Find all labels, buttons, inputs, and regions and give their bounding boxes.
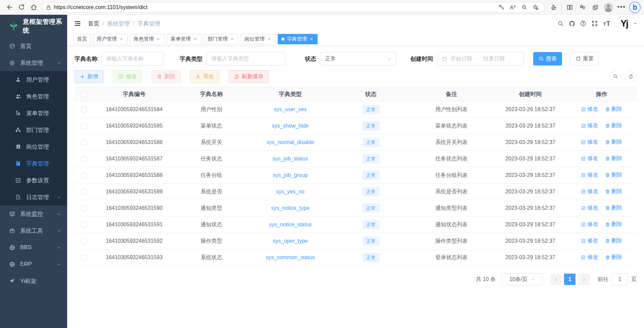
browser-menu-icon[interactable]: ••• xyxy=(615,1,628,13)
row-checkbox[interactable] xyxy=(81,140,87,145)
row-edit-link[interactable]: 修改 xyxy=(581,172,598,179)
favorites-bar-icon[interactable] xyxy=(576,1,589,13)
password-key-icon[interactable] xyxy=(496,2,507,12)
collections-icon[interactable] xyxy=(589,1,602,13)
dict-type-link[interactable]: sys_common_status xyxy=(266,254,315,260)
refresh-table-button[interactable] xyxy=(625,71,637,82)
row-delete-link[interactable]: 删除 xyxy=(605,204,622,212)
row-delete-link[interactable]: 删除 xyxy=(605,188,622,195)
header-search-icon[interactable] xyxy=(555,18,566,29)
search-button[interactable]: 搜索 xyxy=(533,52,562,65)
dict-type-link[interactable]: sys_user_sex xyxy=(274,106,307,112)
sidebar-item-yi-framework[interactable]: Yi框架 xyxy=(0,273,67,289)
sidebar-collapse-icon[interactable] xyxy=(73,19,82,28)
avatar-caret-icon[interactable] xyxy=(633,21,637,26)
row-edit-link[interactable]: 修改 xyxy=(581,237,598,244)
refresh-cache-button[interactable]: 刷新缓存 xyxy=(229,70,269,83)
close-icon[interactable]: × xyxy=(230,37,235,42)
sidebar-item-tools[interactable]: 系统工具 xyxy=(0,222,67,239)
close-icon[interactable]: × xyxy=(309,37,314,42)
dict-name-input[interactable] xyxy=(106,56,159,62)
breadcrumb-home[interactable]: 首页 xyxy=(88,20,99,28)
next-page-button[interactable] xyxy=(578,274,590,285)
dict-type-link[interactable]: sys_normal_disable xyxy=(267,139,314,145)
row-delete-link[interactable]: 删除 xyxy=(605,221,622,228)
help-icon[interactable] xyxy=(578,18,589,29)
sidebar-item-bbs[interactable]: BBS xyxy=(0,239,67,256)
close-icon[interactable]: × xyxy=(119,37,124,42)
edit-button[interactable]: 修改 xyxy=(113,70,142,83)
delete-button[interactable]: 删除 xyxy=(151,70,181,83)
row-delete-link[interactable]: 删除 xyxy=(605,237,622,244)
row-delete-link[interactable]: 删除 xyxy=(605,139,622,146)
tab-posts[interactable]: 岗位管理× xyxy=(241,34,275,44)
row-edit-link[interactable]: 修改 xyxy=(581,221,598,228)
row-delete-link[interactable]: 删除 xyxy=(605,122,622,129)
add-button[interactable]: 新增 xyxy=(75,70,103,83)
read-aloud-icon[interactable] xyxy=(507,2,518,12)
row-checkbox[interactable] xyxy=(81,205,87,211)
tab-dict[interactable]: 字典管理× xyxy=(278,34,318,44)
show-search-toggle[interactable] xyxy=(610,71,621,82)
sidebar-item-erp[interactable]: ERP xyxy=(0,256,67,273)
export-button[interactable]: 导出 xyxy=(190,70,219,83)
dict-type-link[interactable]: sys_notice_type xyxy=(271,205,310,211)
tab-users[interactable]: 用户管理× xyxy=(93,34,128,44)
favorite-add-icon[interactable] xyxy=(530,2,541,12)
sidebar-item-dict[interactable]: 字典管理 xyxy=(0,155,67,172)
row-checkbox[interactable] xyxy=(81,189,87,195)
sidebar-item-monitor[interactable]: 系统监控 xyxy=(0,205,67,222)
row-checkbox[interactable] xyxy=(81,238,87,244)
dict-type-link[interactable]: sys_job_status xyxy=(273,156,308,161)
tab-menus[interactable]: 菜单管理× xyxy=(167,34,201,44)
split-screen-icon[interactable] xyxy=(563,1,576,13)
page-size-select[interactable]: 10条/页 xyxy=(502,273,543,285)
close-icon[interactable]: × xyxy=(267,37,272,42)
row-checkbox[interactable] xyxy=(81,173,87,178)
prev-page-button[interactable] xyxy=(550,274,561,285)
reset-button[interactable]: 重置 xyxy=(570,52,599,65)
dict-type-link[interactable]: sys_oper_type xyxy=(273,238,308,244)
sidebar-item-posts[interactable]: 岗位管理 xyxy=(0,138,67,155)
yi-logo-avatar[interactable]: Yj xyxy=(618,18,631,29)
sidebar-item-system[interactable]: 系统管理 xyxy=(0,54,67,71)
sidebar-item-departments[interactable]: 部门管理 xyxy=(0,122,67,138)
row-edit-link[interactable]: 修改 xyxy=(581,188,598,195)
dict-type-input[interactable] xyxy=(211,56,281,62)
url-text[interactable]: https://ccnetcore.com:1101/system/dict xyxy=(54,4,496,10)
dict-type-link[interactable]: sys_yes_no xyxy=(276,189,305,194)
address-bar[interactable]: https://ccnetcore.com:1101/system/dict xyxy=(42,2,545,13)
row-delete-link[interactable]: 删除 xyxy=(605,155,622,162)
tab-departments[interactable]: 部门管理× xyxy=(204,34,238,44)
row-checkbox[interactable] xyxy=(81,107,87,112)
dict-type-link[interactable]: sys_notice_status xyxy=(269,222,312,227)
refresh-icon[interactable] xyxy=(15,1,28,13)
row-edit-link[interactable]: 修改 xyxy=(581,122,598,129)
home-icon[interactable] xyxy=(28,1,40,13)
dict-type-link[interactable]: sys_job_group xyxy=(273,172,308,178)
row-checkbox[interactable] xyxy=(81,255,87,261)
row-edit-link[interactable]: 修改 xyxy=(581,155,598,162)
row-edit-link[interactable]: 修改 xyxy=(581,106,598,113)
row-delete-link[interactable]: 删除 xyxy=(605,172,622,179)
select-all-checkbox[interactable] xyxy=(81,92,87,97)
extensions-icon[interactable] xyxy=(548,1,560,13)
bing-chat-icon[interactable]: b xyxy=(629,2,641,13)
tab-home[interactable]: 首页 xyxy=(73,34,91,44)
dict-type-link[interactable]: sys_show_hide xyxy=(272,123,309,129)
tab-roles[interactable]: 角色管理× xyxy=(130,34,165,44)
zoom-out-icon[interactable] xyxy=(518,2,530,12)
sidebar-item-users[interactable]: 用户管理 xyxy=(0,71,67,88)
row-delete-link[interactable]: 删除 xyxy=(605,254,622,261)
fullscreen-icon[interactable] xyxy=(589,18,600,29)
sidebar-item-roles[interactable]: 角色管理 xyxy=(0,88,67,105)
github-icon[interactable] xyxy=(566,18,578,29)
back-icon[interactable] xyxy=(3,1,15,13)
page-number-1[interactable]: 1 xyxy=(564,274,576,285)
sidebar-item-logs[interactable]: 日志管理 xyxy=(0,189,67,205)
close-icon[interactable]: × xyxy=(156,37,161,42)
row-edit-link[interactable]: 修改 xyxy=(581,139,598,146)
row-checkbox[interactable] xyxy=(81,156,87,162)
row-delete-link[interactable]: 删除 xyxy=(605,106,622,113)
row-edit-link[interactable]: 修改 xyxy=(581,254,598,261)
